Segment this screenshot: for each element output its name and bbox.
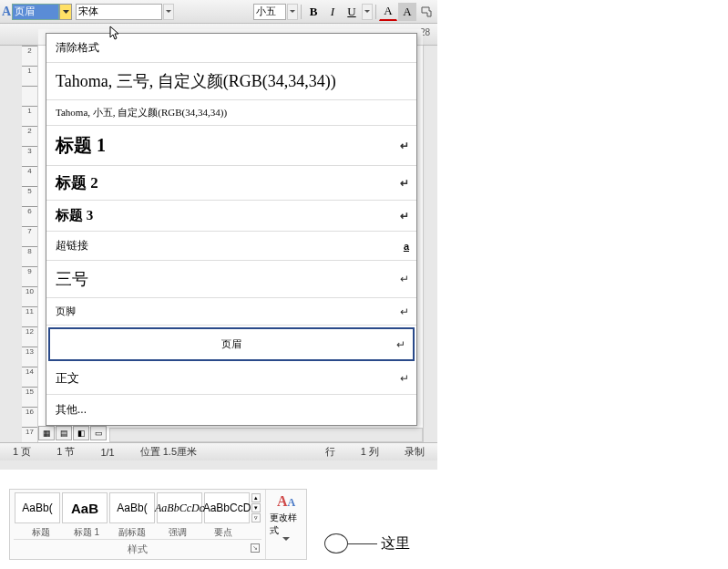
annotation-circle-icon (324, 533, 348, 553)
style-item-heading2[interactable]: 标题 2↵ (46, 166, 416, 201)
view-print-button[interactable]: ▦ (38, 426, 55, 440)
gallery-down-button[interactable]: ▾ (251, 503, 261, 512)
size-dropdown-button[interactable] (287, 4, 298, 20)
style-icon: A (2, 5, 11, 19)
return-icon: ↵ (400, 176, 409, 190)
status-position: 位置 1.5厘米 (128, 445, 210, 459)
view-outline-button[interactable]: ◧ (73, 426, 89, 440)
status-bar: 1 页 1 节 1/1 位置 1.5厘米 行 1 列 录制 (0, 442, 437, 460)
underline-dropdown[interactable] (362, 4, 373, 20)
change-style-icon: AA (277, 493, 295, 510)
status-col: 1 列 (348, 445, 392, 459)
style-item-footer[interactable]: 页脚↵ (46, 298, 416, 326)
chevron-down-icon (282, 537, 290, 541)
style-item-hyperlink[interactable]: 超链接a (46, 232, 416, 261)
status-page: 1 页 (0, 445, 44, 459)
view-normal-button[interactable]: ▭ (90, 426, 107, 440)
status-record: 录制 (392, 445, 437, 459)
font-name-input[interactable] (76, 4, 162, 20)
status-page-of: 1/1 (87, 447, 127, 458)
style-tile-heading1[interactable]: AaB (62, 492, 108, 523)
font-size-input[interactable] (253, 4, 286, 20)
highlight-button[interactable]: A (398, 3, 416, 21)
style-name-input[interactable] (12, 4, 59, 20)
style-tile-title[interactable]: AaBb( (15, 492, 60, 523)
style-item-heading1[interactable]: 标题 1↵ (46, 126, 416, 166)
annotation: 这里 (324, 533, 410, 553)
group-title-styles: 样式 ↘ (14, 539, 261, 559)
style-item-body[interactable]: 正文↵ (46, 363, 416, 395)
style-item-sanhao[interactable]: 三号↵ (46, 261, 416, 298)
change-style-button[interactable]: AA 更改样式 (266, 490, 306, 544)
style-item-tahoma-small[interactable]: Tahoma, 小五, 自定义颜(RGB(34,34,34)) (46, 100, 416, 126)
style-dropdown-button[interactable] (59, 4, 72, 20)
gallery-more-button[interactable]: ▿ (251, 513, 261, 522)
return-icon: ↵ (400, 305, 409, 318)
style-item-clear[interactable]: 清除格式 (46, 34, 416, 63)
style-item-header[interactable]: 页眉↵ (48, 327, 415, 361)
style-tile-emphasis[interactable]: AaBbCcDc (157, 492, 202, 523)
font-color-button[interactable]: A (379, 3, 397, 21)
style-tile-points[interactable]: AaBbCcD (204, 492, 250, 523)
vertical-ruler: 2 1 1 2 3 4 5 6 7 8 9 10 11 12 13 14 15 … (22, 46, 38, 447)
status-line: 行 (313, 445, 348, 459)
dialog-launcher-button[interactable]: ↘ (251, 543, 260, 553)
return-icon: ↵ (400, 372, 409, 385)
style-tile-subtitle[interactable]: AaBb( (109, 492, 155, 523)
view-web-button[interactable]: ▤ (56, 426, 72, 440)
vertical-scrollbar[interactable] (423, 46, 437, 442)
horizontal-scrollbar[interactable] (109, 428, 423, 442)
bold-button[interactable]: B (304, 3, 323, 21)
return-icon: ↵ (400, 139, 409, 152)
style-item-heading3[interactable]: 标题 3↵ (46, 201, 416, 232)
gallery-up-button[interactable]: ▴ (251, 493, 261, 502)
format-painter-button[interactable] (417, 3, 436, 21)
char-style-icon: a (404, 241, 409, 252)
annotation-text: 这里 (381, 534, 410, 553)
style-dropdown-list: 清除格式 Tahoma, 三号, 自定义颜(RGB(34,34,34)) Tah… (46, 33, 417, 426)
italic-button[interactable]: I (323, 3, 342, 21)
return-icon: ↵ (400, 273, 409, 286)
style-item-tahoma-big[interactable]: Tahoma, 三号, 自定义颜(RGB(34,34,34)) (46, 63, 416, 100)
font-dropdown-button[interactable] (163, 4, 174, 20)
return-icon: ↵ (400, 209, 409, 222)
styles-ribbon: AaBb( AaB AaBb( AaBbCcDc AaBbCcD ▴ ▾ ▿ 标… (9, 489, 307, 560)
status-section: 1 节 (44, 445, 87, 459)
style-item-other[interactable]: 其他... (46, 395, 416, 425)
return-icon: ↵ (396, 338, 405, 351)
underline-button[interactable]: U (343, 3, 361, 21)
